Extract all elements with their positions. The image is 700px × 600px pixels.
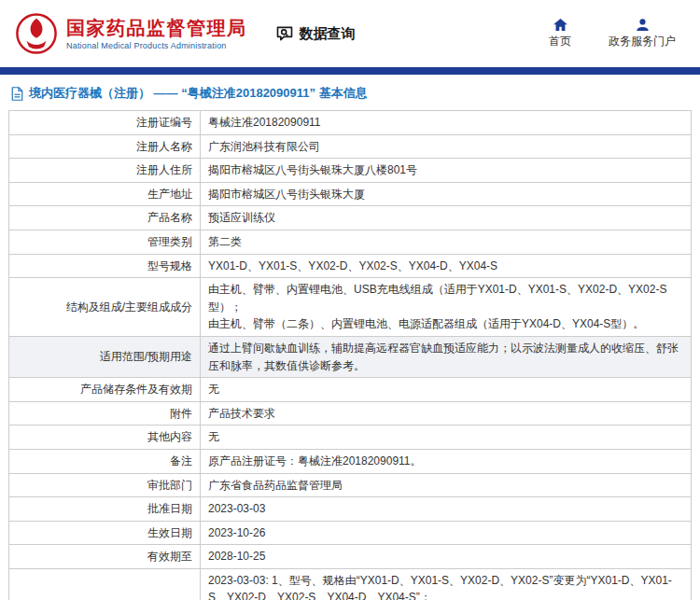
nmpa-emblem-icon	[15, 12, 58, 55]
agency-name-cn: 国家药品监督管理局	[66, 18, 247, 39]
field-value: 2028-10-25	[201, 545, 692, 569]
table-row: 有效期至 2028-10-25	[9, 545, 692, 569]
field-value: 2023-03-03	[201, 497, 692, 522]
registration-info-table: 注册证编号 粤械注准20182090911 注册人名称 广东润池科技有限公司 注…	[8, 110, 692, 600]
table-row: 备注 原产品注册证号：粤械注准20182090911。	[9, 449, 692, 473]
field-value: 广东省食品药品监督管理局	[201, 473, 692, 497]
field-value: YX01-D、YX01-S、YX02-D、YX02-S、YX04-D、YX04-…	[201, 254, 692, 278]
nav-portal-label: 政务服务门户	[609, 34, 676, 49]
table-row: 适用范围/预期用途 通过上臂间歇缺血训练，辅助提高远程器官缺血预适应能力；以示波…	[9, 336, 692, 377]
field-label: 生产地址	[9, 182, 201, 206]
table-row: 管理类别 第二类	[9, 230, 692, 254]
page-header: 国家药品监督管理局 National Medical Products Admi…	[0, 0, 700, 67]
table-row: 产品储存条件及有效期 无	[9, 378, 692, 402]
table-row: 生产地址 揭阳市榕城区八号街头银珠大厦	[9, 182, 692, 206]
field-value: 通过上臂间歇缺血训练，辅助提高远程器官缺血预适应能力；以示波法测量成人的收缩压、…	[201, 336, 692, 377]
nmpa-logo-link[interactable]: 国家药品监督管理局 National Medical Products Admi…	[15, 12, 247, 55]
field-label: 生效日期	[9, 521, 201, 545]
table-row: 注册证编号 粤械注准20182090911	[9, 111, 692, 135]
table-row: 附件 产品技术要求	[9, 401, 692, 426]
table-row: 型号规格 YX01-D、YX01-S、YX02-D、YX02-S、YX04-D、…	[9, 254, 692, 278]
field-value: 2023-10-26	[201, 521, 692, 545]
agency-name-en: National Medical Products Administration	[66, 41, 247, 50]
field-label: 产品储存条件及有效期	[9, 378, 201, 402]
field-value: 预适应训练仪	[201, 206, 692, 230]
field-label: 批准日期	[9, 497, 201, 522]
home-icon	[553, 19, 567, 31]
field-value: 产品技术要求	[201, 401, 692, 426]
user-icon	[636, 19, 650, 31]
table-row: 产品名称 预适应训练仪	[9, 206, 692, 230]
field-label: 其他内容	[9, 426, 201, 450]
field-label: 备注	[9, 449, 201, 473]
field-label: 产品名称	[9, 206, 201, 230]
field-label: 有效期至	[9, 545, 201, 569]
table-row: 变更情况 2023-03-03: 1、型号、规格由“YX01-D、YX01-S、…	[9, 568, 692, 600]
field-value: 2023-03-03: 1、型号、规格由“YX01-D、YX01-S、YX02-…	[201, 568, 692, 600]
field-label: 注册人住所	[9, 159, 201, 183]
field-label: 附件	[9, 401, 201, 426]
field-label: 适用范围/预期用途	[9, 336, 201, 377]
field-value: 第二类	[201, 230, 692, 254]
agency-title-block: 国家药品监督管理局 National Medical Products Admi…	[66, 18, 247, 50]
field-value: 粤械注准20182090911	[201, 111, 692, 135]
header-divider-bar	[0, 67, 700, 75]
field-label: 管理类别	[9, 230, 201, 254]
field-label: 结构及组成/主要组成成分	[9, 278, 201, 337]
table-row: 注册人名称 广东润池科技有限公司	[9, 134, 692, 159]
table-row: 结构及组成/主要组成成分 由主机、臂带、内置锂电池、USB充电线组成（适用于YX…	[9, 278, 692, 337]
table-row: 生效日期 2023-10-26	[9, 521, 692, 545]
breadcrumb: 境内医疗器械（注册） —— “粤械注准20182090911” 基本信息	[0, 75, 700, 110]
field-value: 原产品注册证号：粤械注准20182090911。	[201, 449, 692, 473]
table-row: 注册人住所 揭阳市榕城区八号街头银珠大厦八楼801号	[9, 159, 692, 183]
data-query-icon	[275, 24, 294, 43]
nav-portal[interactable]: 政务服务门户	[609, 19, 676, 49]
data-query-button[interactable]: 数据查询	[275, 24, 356, 43]
field-value: 无	[201, 426, 692, 450]
field-label: 注册证编号	[9, 111, 201, 135]
table-row: 批准日期 2023-03-03	[9, 497, 692, 522]
field-value: 广东润池科技有限公司	[201, 134, 692, 159]
nav-home-label: 首页	[549, 34, 571, 49]
field-value: 揭阳市榕城区八号街头银珠大厦	[201, 182, 692, 206]
table-row: 审批部门 广东省食品药品监督管理局	[9, 473, 692, 497]
data-query-label: 数据查询	[300, 25, 356, 43]
field-value: 揭阳市榕城区八号街头银珠大厦八楼801号	[201, 159, 692, 183]
field-label: 注册人名称	[9, 134, 201, 159]
header-nav: 首页 政务服务门户	[549, 19, 687, 49]
nav-home[interactable]: 首页	[549, 19, 571, 49]
table-row: 其他内容 无	[9, 426, 692, 450]
field-value: 由主机、臂带、内置锂电池、USB充电线组成（适用于YX01-D、YX01-S、Y…	[201, 278, 692, 337]
field-value: 无	[201, 378, 692, 402]
field-label: 审批部门	[9, 473, 201, 497]
page-title: 境内医疗器械（注册） —— “粤械注准20182090911” 基本信息	[29, 85, 368, 102]
field-label: 型号规格	[9, 254, 201, 278]
field-label: 变更情况	[9, 568, 201, 600]
document-icon	[11, 87, 23, 101]
